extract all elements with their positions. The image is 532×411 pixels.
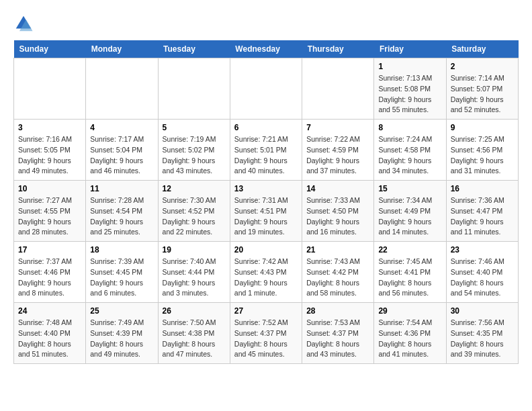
- day-number: 26: [163, 306, 226, 316]
- day-info: Sunrise: 7:21 AM Sunset: 5:01 PM Dayligh…: [234, 134, 298, 177]
- day-info: Sunrise: 7:13 AM Sunset: 5:08 PM Dayligh…: [378, 73, 441, 116]
- day-number: 23: [451, 245, 514, 255]
- day-number: 19: [163, 245, 226, 255]
- header-cell-friday: Friday: [374, 40, 446, 58]
- day-number: 14: [306, 184, 369, 193]
- day-cell: 20Sunrise: 7:42 AM Sunset: 4:43 PM Dayli…: [230, 242, 302, 303]
- day-info: Sunrise: 7:33 AM Sunset: 4:50 PM Dayligh…: [306, 195, 369, 238]
- day-info: Sunrise: 7:36 AM Sunset: 4:47 PM Dayligh…: [451, 195, 514, 238]
- day-info: Sunrise: 7:16 AM Sunset: 5:05 PM Dayligh…: [18, 134, 81, 177]
- logo: [13, 13, 36, 34]
- day-number: 9: [451, 123, 514, 132]
- day-cell: 25Sunrise: 7:49 AM Sunset: 4:39 PM Dayli…: [86, 303, 158, 364]
- day-number: 17: [18, 245, 81, 255]
- day-number: 1: [378, 62, 441, 71]
- day-info: Sunrise: 7:14 AM Sunset: 5:07 PM Dayligh…: [451, 73, 514, 116]
- day-info: Sunrise: 7:19 AM Sunset: 5:02 PM Dayligh…: [163, 134, 226, 177]
- day-info: Sunrise: 7:22 AM Sunset: 4:59 PM Dayligh…: [306, 134, 369, 177]
- day-number: 28: [306, 306, 369, 316]
- day-number: 7: [306, 123, 369, 132]
- day-number: 12: [163, 184, 226, 193]
- day-cell: 30Sunrise: 7:56 AM Sunset: 4:35 PM Dayli…: [446, 303, 518, 364]
- day-number: 16: [451, 184, 514, 193]
- logo-icon: [13, 13, 34, 34]
- header-row: SundayMondayTuesdayWednesdayThursdayFrid…: [14, 40, 519, 58]
- header-cell-sunday: Sunday: [14, 40, 86, 58]
- header-cell-saturday: Saturday: [446, 40, 518, 58]
- day-cell: 22Sunrise: 7:45 AM Sunset: 4:41 PM Dayli…: [374, 242, 446, 303]
- day-info: Sunrise: 7:40 AM Sunset: 4:44 PM Dayligh…: [163, 257, 226, 299]
- day-number: 25: [90, 306, 153, 316]
- day-cell: 19Sunrise: 7:40 AM Sunset: 4:44 PM Dayli…: [158, 242, 230, 303]
- day-info: Sunrise: 7:50 AM Sunset: 4:38 PM Dayligh…: [163, 318, 226, 360]
- day-cell: 9Sunrise: 7:25 AM Sunset: 4:56 PM Daylig…: [446, 120, 518, 181]
- day-info: Sunrise: 7:46 AM Sunset: 4:40 PM Dayligh…: [451, 257, 514, 299]
- day-number: 5: [163, 123, 226, 132]
- day-cell: 2Sunrise: 7:14 AM Sunset: 5:07 PM Daylig…: [446, 58, 518, 120]
- day-info: Sunrise: 7:39 AM Sunset: 4:45 PM Dayligh…: [90, 257, 153, 299]
- day-info: Sunrise: 7:25 AM Sunset: 4:56 PM Dayligh…: [451, 134, 514, 177]
- day-number: 24: [18, 306, 81, 316]
- day-cell: 28Sunrise: 7:53 AM Sunset: 4:37 PM Dayli…: [302, 303, 374, 364]
- day-info: Sunrise: 7:43 AM Sunset: 4:42 PM Dayligh…: [306, 257, 369, 299]
- day-cell: [14, 58, 86, 120]
- header-cell-thursday: Thursday: [302, 40, 374, 58]
- day-cell: [230, 58, 302, 120]
- day-info: Sunrise: 7:34 AM Sunset: 4:49 PM Dayligh…: [378, 195, 441, 238]
- day-cell: 3Sunrise: 7:16 AM Sunset: 5:05 PM Daylig…: [14, 120, 86, 181]
- day-number: 21: [306, 245, 369, 255]
- day-cell: 12Sunrise: 7:30 AM Sunset: 4:52 PM Dayli…: [158, 181, 230, 242]
- day-number: 13: [234, 184, 298, 193]
- day-cell: 1Sunrise: 7:13 AM Sunset: 5:08 PM Daylig…: [374, 58, 446, 120]
- day-number: 15: [378, 184, 441, 193]
- header-cell-tuesday: Tuesday: [158, 40, 230, 58]
- day-info: Sunrise: 7:54 AM Sunset: 4:36 PM Dayligh…: [378, 318, 441, 360]
- day-cell: 13Sunrise: 7:31 AM Sunset: 4:51 PM Dayli…: [230, 181, 302, 242]
- day-number: 22: [378, 245, 441, 255]
- day-number: 27: [234, 306, 298, 316]
- week-row-1: 3Sunrise: 7:16 AM Sunset: 5:05 PM Daylig…: [14, 120, 519, 181]
- day-number: 20: [234, 245, 298, 255]
- day-cell: 14Sunrise: 7:33 AM Sunset: 4:50 PM Dayli…: [302, 181, 374, 242]
- day-info: Sunrise: 7:52 AM Sunset: 4:37 PM Dayligh…: [234, 318, 298, 360]
- week-row-4: 24Sunrise: 7:48 AM Sunset: 4:40 PM Dayli…: [14, 303, 519, 364]
- day-cell: [86, 58, 158, 120]
- header-cell-monday: Monday: [86, 40, 158, 58]
- page-header: [13, 13, 519, 34]
- day-info: Sunrise: 7:31 AM Sunset: 4:51 PM Dayligh…: [234, 195, 298, 238]
- day-cell: 23Sunrise: 7:46 AM Sunset: 4:40 PM Dayli…: [446, 242, 518, 303]
- week-row-3: 17Sunrise: 7:37 AM Sunset: 4:46 PM Dayli…: [14, 242, 519, 303]
- calendar-table: SundayMondayTuesdayWednesdayThursdayFrid…: [13, 40, 519, 364]
- day-cell: 16Sunrise: 7:36 AM Sunset: 4:47 PM Dayli…: [446, 181, 518, 242]
- day-cell: 18Sunrise: 7:39 AM Sunset: 4:45 PM Dayli…: [86, 242, 158, 303]
- day-info: Sunrise: 7:53 AM Sunset: 4:37 PM Dayligh…: [306, 318, 369, 360]
- day-number: 29: [378, 306, 441, 316]
- day-info: Sunrise: 7:45 AM Sunset: 4:41 PM Dayligh…: [378, 257, 441, 299]
- day-info: Sunrise: 7:56 AM Sunset: 4:35 PM Dayligh…: [451, 318, 514, 360]
- day-info: Sunrise: 7:28 AM Sunset: 4:54 PM Dayligh…: [90, 195, 153, 238]
- day-number: 8: [378, 123, 441, 132]
- day-cell: 7Sunrise: 7:22 AM Sunset: 4:59 PM Daylig…: [302, 120, 374, 181]
- day-cell: 15Sunrise: 7:34 AM Sunset: 4:49 PM Dayli…: [374, 181, 446, 242]
- day-number: 2: [451, 62, 514, 71]
- day-cell: 5Sunrise: 7:19 AM Sunset: 5:02 PM Daylig…: [158, 120, 230, 181]
- day-info: Sunrise: 7:37 AM Sunset: 4:46 PM Dayligh…: [18, 257, 81, 299]
- day-cell: 24Sunrise: 7:48 AM Sunset: 4:40 PM Dayli…: [14, 303, 86, 364]
- day-cell: 6Sunrise: 7:21 AM Sunset: 5:01 PM Daylig…: [230, 120, 302, 181]
- day-number: 10: [18, 184, 81, 193]
- day-cell: [302, 58, 374, 120]
- day-number: 18: [90, 245, 153, 255]
- day-info: Sunrise: 7:49 AM Sunset: 4:39 PM Dayligh…: [90, 318, 153, 360]
- day-info: Sunrise: 7:24 AM Sunset: 4:58 PM Dayligh…: [378, 134, 441, 177]
- day-number: 3: [18, 123, 81, 132]
- day-cell: 10Sunrise: 7:27 AM Sunset: 4:55 PM Dayli…: [14, 181, 86, 242]
- day-cell: 27Sunrise: 7:52 AM Sunset: 4:37 PM Dayli…: [230, 303, 302, 364]
- day-number: 30: [451, 306, 514, 316]
- day-cell: 21Sunrise: 7:43 AM Sunset: 4:42 PM Dayli…: [302, 242, 374, 303]
- week-row-0: 1Sunrise: 7:13 AM Sunset: 5:08 PM Daylig…: [14, 58, 519, 120]
- day-info: Sunrise: 7:30 AM Sunset: 4:52 PM Dayligh…: [163, 195, 226, 238]
- day-cell: [158, 58, 230, 120]
- week-row-2: 10Sunrise: 7:27 AM Sunset: 4:55 PM Dayli…: [14, 181, 519, 242]
- day-cell: 26Sunrise: 7:50 AM Sunset: 4:38 PM Dayli…: [158, 303, 230, 364]
- day-number: 11: [90, 184, 153, 193]
